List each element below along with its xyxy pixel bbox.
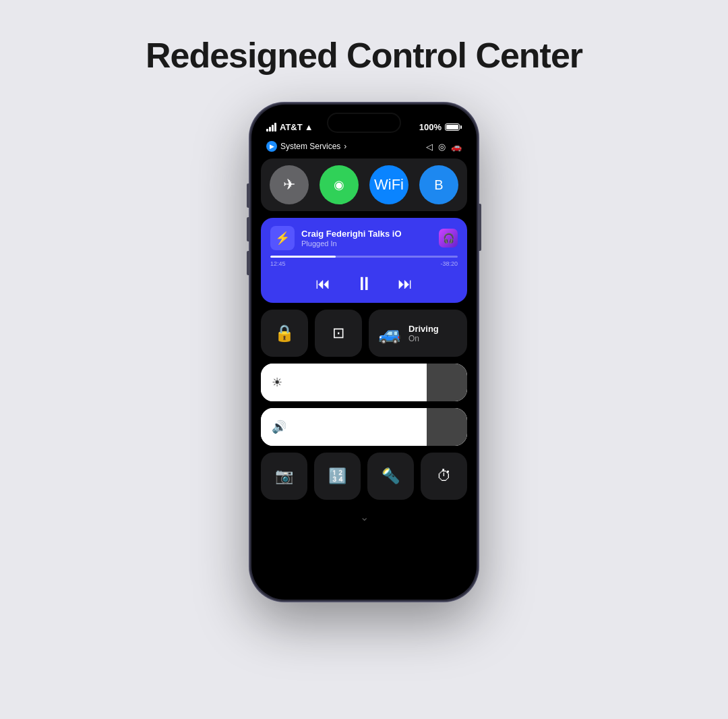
timer-icon: ⏱ bbox=[437, 467, 452, 485]
status-left: AT&T ▲ bbox=[266, 122, 313, 132]
podcast-app-icon: 🎧 bbox=[439, 229, 458, 248]
quick-actions-row: 🔒 ⊡ 🚙 Driving On bbox=[261, 310, 467, 357]
music-info: Craig Federighi Talks iO Plugged In bbox=[301, 229, 432, 248]
flashlight-icon: 🔦 bbox=[382, 467, 400, 485]
flashlight-button[interactable]: 🔦 bbox=[367, 453, 414, 500]
services-arrow: › bbox=[344, 142, 346, 151]
wifi-icon: ▲ bbox=[305, 122, 313, 132]
bolt-icon: ⚡ bbox=[275, 231, 290, 246]
screen-mirror-icon: ⊡ bbox=[332, 324, 344, 342]
control-center-content: ✈ ◉ WiFi B ⚡ Craig bbox=[251, 152, 477, 600]
music-artwork: ⚡ bbox=[270, 226, 295, 250]
bottom-buttons-row: 📷 🔢 🔦 ⏱ bbox=[261, 453, 467, 500]
camera-icon: 📷 bbox=[275, 467, 293, 485]
phone-mockup: AT&T ▲ 100% ▶ System Services › ◁ bbox=[249, 103, 479, 602]
driving-mode-button[interactable]: 🚙 Driving On bbox=[369, 310, 467, 357]
screen-rotation-lock-button[interactable]: 🔒 bbox=[261, 310, 308, 357]
music-controls[interactable]: ⏮ ⏸ ⏭ bbox=[270, 272, 458, 295]
volume-icon: 🔊 bbox=[272, 420, 286, 434]
screen-mirror-button[interactable]: ⊡ bbox=[315, 310, 362, 357]
music-times: 12:45 -38:20 bbox=[270, 260, 458, 267]
wifi-icon: WiFi bbox=[374, 176, 404, 194]
rewind-button[interactable]: ⏮ bbox=[315, 275, 330, 293]
driving-subtitle: On bbox=[408, 334, 439, 343]
lock-rotation-icon: 🔒 bbox=[274, 324, 295, 343]
music-subtitle: Plugged In bbox=[301, 239, 432, 248]
page-title: Redesigned Control Center bbox=[146, 35, 582, 76]
services-left[interactable]: ▶ System Services › bbox=[266, 141, 346, 152]
pause-button[interactable]: ⏸ bbox=[355, 272, 373, 295]
brightness-slider[interactable]: ☀ bbox=[261, 364, 467, 401]
volume-slider[interactable]: 🔊 bbox=[261, 408, 467, 446]
services-icons: ◁ ◎ 🚗 bbox=[426, 142, 462, 152]
services-dot-icon: ▶ bbox=[266, 141, 277, 152]
connectivity-toggles: ✈ ◉ WiFi B bbox=[261, 159, 467, 211]
carplay-icon: 🚗 bbox=[451, 142, 462, 152]
fast-forward-button[interactable]: ⏭ bbox=[398, 275, 413, 293]
car-icon: 🚙 bbox=[378, 322, 402, 345]
music-player-widget[interactable]: ⚡ Craig Federighi Talks iO Plugged In 🎧 … bbox=[261, 218, 467, 303]
status-right: 100% bbox=[419, 122, 462, 132]
location-icon: ◁ bbox=[426, 142, 433, 152]
signal-bars-icon bbox=[266, 123, 276, 132]
bluetooth-icon: B bbox=[434, 177, 443, 193]
brightness-icon: ☀ bbox=[272, 375, 282, 390]
airplane-mode-button[interactable]: ✈ bbox=[270, 165, 309, 204]
music-title: Craig Federighi Talks iO bbox=[301, 229, 432, 239]
calculator-icon: 🔢 bbox=[328, 467, 346, 485]
services-row[interactable]: ▶ System Services › ◁ ◎ 🚗 bbox=[251, 141, 477, 152]
calculator-button[interactable]: 🔢 bbox=[314, 453, 361, 500]
elapsed-time: 12:45 bbox=[270, 260, 286, 267]
chevron-row: ⌄ bbox=[261, 507, 467, 527]
battery-icon bbox=[445, 123, 462, 131]
dynamic-island bbox=[327, 113, 401, 133]
compass-icon: ◎ bbox=[438, 142, 446, 152]
battery-percent: 100% bbox=[419, 122, 442, 132]
music-progress-fill bbox=[270, 256, 336, 258]
headphone-icon: 🎧 bbox=[443, 233, 454, 243]
chevron-down-icon: ⌄ bbox=[360, 511, 369, 523]
services-label: System Services bbox=[280, 142, 340, 151]
music-progress-bar[interactable] bbox=[270, 256, 458, 258]
airplane-icon: ✈ bbox=[283, 176, 295, 194]
camera-button[interactable]: 📷 bbox=[261, 453, 307, 500]
phone-screen: AT&T ▲ 100% ▶ System Services › ◁ bbox=[251, 105, 477, 600]
cellular-icon: ◉ bbox=[334, 177, 344, 192]
carrier-label: AT&T bbox=[280, 122, 303, 132]
driving-text: Driving On bbox=[408, 324, 439, 343]
music-top-row: ⚡ Craig Federighi Talks iO Plugged In 🎧 bbox=[270, 226, 458, 250]
wifi-button[interactable]: WiFi bbox=[369, 165, 408, 204]
bluetooth-button[interactable]: B bbox=[419, 165, 458, 204]
cellular-button[interactable]: ◉ bbox=[320, 165, 359, 204]
remaining-time: -38:20 bbox=[440, 260, 458, 267]
driving-title: Driving bbox=[408, 324, 439, 334]
timer-button[interactable]: ⏱ bbox=[421, 453, 467, 500]
